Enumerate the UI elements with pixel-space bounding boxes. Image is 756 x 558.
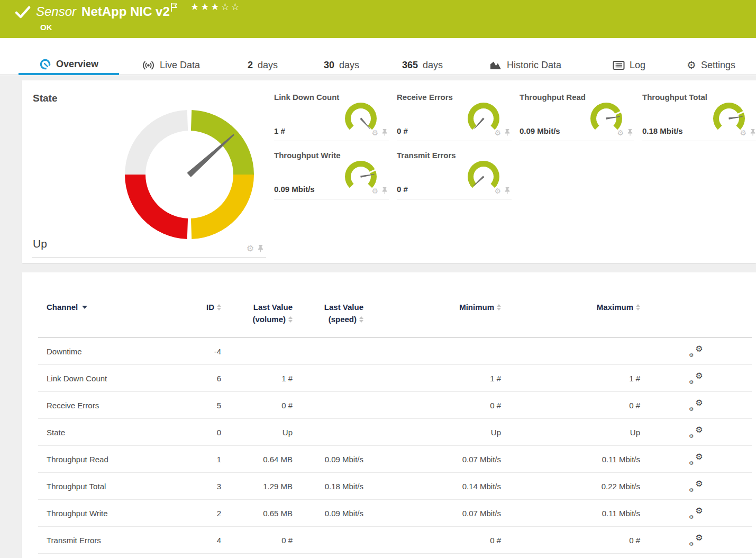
state-gauge-panel: State Up ⚙ xyxy=(32,87,266,258)
pin-icon[interactable] xyxy=(257,244,264,253)
channel-name: State xyxy=(38,428,187,437)
edit-channel-gears-icon[interactable]: ⚙⚙ xyxy=(689,480,703,492)
table-row-throughput-write: Throughput Write 2 0.65 MB 0.09 Mbit/s 0… xyxy=(38,500,752,527)
sensor-overview-page: SensorNetApp NIC v2 ★★★☆☆ OK Overview xyxy=(0,0,756,558)
edit-channel-gears-icon[interactable]: ⚙⚙ xyxy=(689,399,703,411)
last-value-speed: 0.09 Mbit/s xyxy=(293,509,363,518)
edit-channel-gears-icon[interactable]: ⚙⚙ xyxy=(689,534,703,546)
tab-live-data[interactable]: Live Data xyxy=(142,55,200,75)
channel-gear-icon[interactable]: ⚙ xyxy=(247,244,254,253)
tab-live-data-label: Live Data xyxy=(160,60,200,71)
channel-gear-icon[interactable]: ⚙ xyxy=(494,129,501,136)
pin-icon[interactable] xyxy=(504,187,511,195)
object-kind-label: Sensor xyxy=(36,4,76,19)
tab-settings-label: Settings xyxy=(701,60,735,71)
sensor-title: NetApp NIC v2 xyxy=(81,4,170,19)
col-header-id[interactable]: ID xyxy=(187,301,221,313)
settings-gear-icon: ⚙ xyxy=(687,60,696,70)
gauge-needle xyxy=(474,118,484,129)
table-row-state: State 0 Up Up Up ⚙⚙ xyxy=(38,419,752,446)
col-header-last-value-volume[interactable]: Last Value (volume) xyxy=(221,301,293,325)
table-row-receive-errors: Receive Errors 5 0 # 0 # 0 # ⚙⚙ xyxy=(38,392,752,419)
col-header-minimum[interactable]: Minimum xyxy=(363,301,501,313)
pin-icon[interactable] xyxy=(750,129,756,136)
pin-icon[interactable] xyxy=(381,129,388,136)
live-data-icon xyxy=(142,60,155,71)
maximum-value: 1 # xyxy=(501,374,640,383)
maximum-value: 0.11 Mbit/s xyxy=(501,455,640,464)
flag-icon[interactable] xyxy=(170,3,178,13)
ok-check-icon xyxy=(15,5,31,20)
log-list-icon xyxy=(613,60,625,70)
sort-icon xyxy=(288,316,293,323)
col-header-maximum[interactable]: Maximum xyxy=(501,301,640,313)
edit-channel-gears-icon[interactable]: ⚙⚙ xyxy=(689,453,703,465)
tab-settings[interactable]: ⚙ Settings xyxy=(687,55,735,75)
last-value-volume: 0.64 MB xyxy=(221,455,293,464)
table-row-throughput-total: Throughput Total 3 1.29 MB 0.18 Mbit/s 0… xyxy=(38,473,752,500)
channel-name: Throughput Total xyxy=(38,482,187,491)
gauge-needle xyxy=(360,118,370,129)
tab-log[interactable]: Log xyxy=(613,55,645,75)
tab-historic-data[interactable]: Historic Data xyxy=(489,55,561,75)
edit-channel-gears-icon[interactable]: ⚙⚙ xyxy=(689,507,703,519)
channel-gear-icon[interactable]: ⚙ xyxy=(371,187,378,195)
maximum-value: 0 # xyxy=(501,401,640,410)
sort-icon xyxy=(497,304,501,310)
col-header-channel[interactable]: Channel xyxy=(38,301,187,313)
tab-overview[interactable]: Overview xyxy=(19,55,119,75)
stars-filled: ★★★ xyxy=(190,2,221,12)
priority-stars[interactable]: ★★★☆☆ xyxy=(190,1,241,13)
col-header-last-value-speed[interactable]: Last Value (speed) xyxy=(293,301,363,325)
channel-name: Throughput Write xyxy=(38,509,187,518)
pin-icon[interactable] xyxy=(504,129,511,136)
stars-empty: ☆☆ xyxy=(221,2,241,12)
last-value-volume: 1.29 MB xyxy=(221,482,293,491)
channel-name: Receive Errors xyxy=(38,401,187,410)
last-value-volume: 1 # xyxy=(221,374,293,383)
minimum-value: 0 # xyxy=(363,536,501,545)
tab-2-days[interactable]: 2 days xyxy=(248,55,278,75)
channel-id: 1 xyxy=(187,455,221,464)
table-row-downtime: Downtime -4 ⚙⚙ xyxy=(38,338,752,365)
gauge-needle xyxy=(473,176,484,186)
gauge-panel-link-down-count: Link Down Count 1 # ⚙ xyxy=(274,87,389,141)
last-value-volume: Up xyxy=(221,428,293,437)
pin-icon[interactable] xyxy=(381,187,388,195)
channels-table: Channel ID Last Value (volume) Last Valu… xyxy=(38,294,752,554)
sort-icon xyxy=(217,304,221,310)
tab-30-days[interactable]: 30 days xyxy=(324,55,359,75)
channel-id: 0 xyxy=(187,428,221,437)
tab-bar: Overview Live Data 2 days 30 days 365 da… xyxy=(0,55,756,75)
tab-365-days[interactable]: 365 days xyxy=(402,55,443,75)
last-value-volume: 0.65 MB xyxy=(221,509,293,518)
table-row-throughput-read: Throughput Read 1 0.64 MB 0.09 Mbit/s 0.… xyxy=(38,446,752,473)
gauge-panel-receive-errors: Receive Errors 0 # ⚙ xyxy=(397,87,512,141)
channel-name: Link Down Count xyxy=(38,374,187,383)
channel-id: 6 xyxy=(187,374,221,383)
channel-gear-icon[interactable]: ⚙ xyxy=(740,129,746,136)
edit-channel-gears-icon[interactable]: ⚙⚙ xyxy=(689,372,703,385)
edit-channel-gears-icon[interactable]: ⚙⚙ xyxy=(689,426,703,438)
gauge-panel-throughput-write: Throughput Write 0.09 Mbit/s ⚙ xyxy=(274,145,389,199)
channel-gear-icon[interactable]: ⚙ xyxy=(371,129,378,136)
gauge-panel-throughput-total: Throughput Total 0.18 Mbit/s ⚙ xyxy=(642,87,756,141)
tab-historic-label: Historic Data xyxy=(507,60,561,71)
maximum-value: 0.11 Mbit/s xyxy=(501,509,640,518)
tab-log-label: Log xyxy=(630,60,645,71)
gauge-panel-throughput-read: Throughput Read 0.09 Mbit/s ⚙ xyxy=(520,87,634,141)
channels-card: Channel ID Last Value (volume) Last Valu… xyxy=(22,272,756,558)
channel-id: -4 xyxy=(187,347,221,356)
area-chart-icon xyxy=(489,60,502,70)
tab-zone: Overview Live Data 2 days 30 days 365 da… xyxy=(0,38,756,75)
sort-icon xyxy=(636,304,640,310)
channel-gear-icon[interactable]: ⚙ xyxy=(494,187,501,195)
minimum-value: 0.07 Mbit/s xyxy=(363,455,501,464)
edit-channel-gears-icon[interactable]: ⚙⚙ xyxy=(689,345,703,358)
channel-gear-icon[interactable]: ⚙ xyxy=(617,129,624,136)
pin-icon[interactable] xyxy=(627,129,633,136)
sort-desc-icon xyxy=(82,306,87,309)
gauges-card: State Up ⚙ Link Down Count xyxy=(22,80,756,263)
state-gauge xyxy=(123,108,256,241)
minimum-value: 0.07 Mbit/s xyxy=(363,509,501,518)
